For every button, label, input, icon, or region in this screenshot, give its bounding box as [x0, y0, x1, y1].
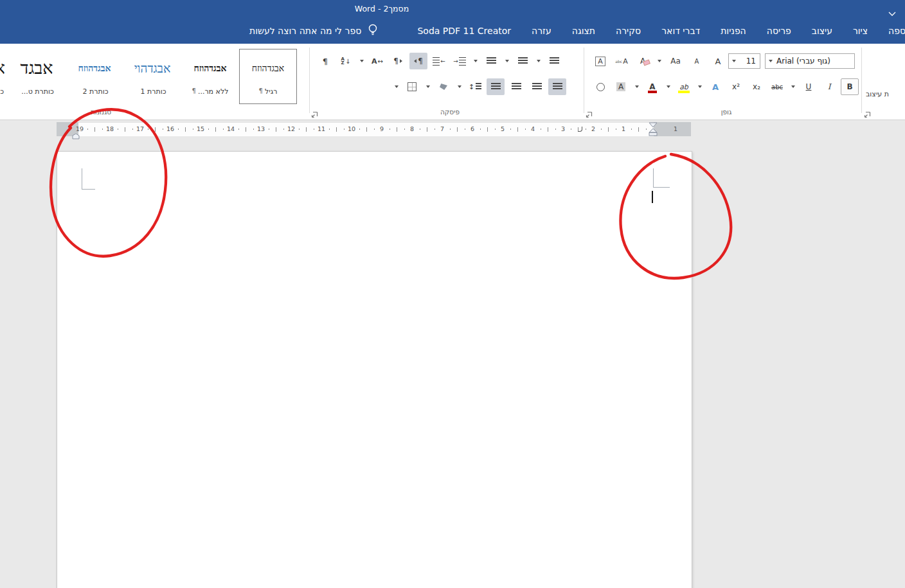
indent-markers[interactable] — [648, 122, 658, 139]
format-painter-label[interactable]: ת עיצוב — [866, 90, 889, 98]
change-case-button[interactable]: Aa — [667, 53, 685, 69]
superscript-button[interactable]: x² — [727, 78, 745, 95]
strikethrough-button[interactable]: abc — [768, 78, 786, 95]
dropdown-caret-icon[interactable] — [357, 53, 366, 69]
dropdown-caret-icon[interactable] — [655, 53, 663, 69]
borders-button[interactable] — [403, 78, 421, 95]
style-label: כותרת 1 — [141, 87, 166, 96]
dropdown-caret-icon[interactable] — [789, 78, 797, 95]
horizontal-ruler: 19 18 17 16 15 14 — [0, 122, 905, 136]
text-boundary-mark — [82, 168, 82, 190]
text-effects-button[interactable]: A — [706, 78, 724, 95]
font-name-combobox[interactable]: Arial (גוף עברי) — [765, 53, 855, 69]
numbering-button[interactable] — [514, 53, 532, 69]
ribbon-tab[interactable]: ציור — [843, 18, 878, 44]
increase-indent-button[interactable] — [451, 53, 469, 69]
font-size-value: 11 — [739, 57, 760, 66]
fit-text-button[interactable] — [368, 53, 386, 69]
ruler-scale: 19 18 17 16 15 14 — [80, 122, 654, 136]
style-item-cut[interactable]: א כ — [0, 49, 8, 104]
character-shading-button[interactable]: A — [612, 78, 630, 95]
dialog-launcher-icon[interactable] — [586, 109, 594, 117]
ltr-direction-button[interactable] — [389, 53, 407, 69]
character-border-button[interactable]: A — [591, 53, 609, 69]
icon-glyph: ab — [679, 83, 688, 91]
text-boundary-mark — [653, 187, 670, 188]
text-boundary-mark — [82, 189, 95, 190]
icon-glyph: A — [623, 57, 628, 66]
underline-button[interactable]: U — [800, 78, 818, 95]
dropdown-caret-icon[interactable] — [392, 78, 400, 95]
icon-glyph: A — [715, 57, 721, 66]
highlight-button[interactable]: ab — [675, 78, 693, 95]
paragraph-group-label: פיסקה — [421, 108, 479, 116]
icon-glyph: Aa — [670, 57, 681, 66]
icon-glyph: A — [616, 82, 625, 91]
tell-me-box[interactable]: ספר לי מה אתה רוצה לעשות — [249, 18, 378, 44]
ribbon-tab[interactable]: עיצוב — [802, 18, 843, 44]
document-page[interactable] — [57, 151, 692, 588]
ribbon-display-options-icon[interactable] — [888, 7, 896, 12]
dropdown-caret-icon[interactable] — [632, 78, 641, 95]
bullets-button[interactable] — [545, 53, 563, 69]
left-indent-marker[interactable] — [72, 130, 80, 142]
line-spacing-button[interactable] — [466, 78, 484, 95]
justify-button[interactable] — [487, 78, 505, 95]
multilevel-list-button[interactable] — [482, 53, 500, 69]
dropdown-caret-icon[interactable] — [471, 53, 479, 69]
dropdown-caret-icon[interactable] — [424, 78, 432, 95]
sort-button[interactable] — [337, 53, 355, 69]
grow-font-button[interactable]: A — [709, 53, 727, 69]
ribbon-tab[interactable]: פריסה — [757, 18, 802, 44]
icon-glyph: x² — [732, 82, 740, 91]
dropdown-caret-icon[interactable] — [766, 54, 775, 68]
dialog-launcher-icon[interactable] — [864, 109, 872, 117]
style-preview: א — [0, 53, 7, 84]
show-marks-button[interactable]: ¶ — [316, 53, 334, 69]
group-separator — [584, 48, 584, 113]
dropdown-caret-icon[interactable] — [503, 53, 511, 69]
paragraph-row-1: ¶ — [316, 53, 563, 69]
dropdown-caret-icon[interactable] — [729, 54, 739, 68]
rtl-direction-button[interactable] — [409, 53, 427, 69]
bold-button[interactable]: B — [841, 78, 859, 95]
decrease-indent-button[interactable] — [430, 53, 448, 69]
dropdown-caret-icon[interactable] — [695, 78, 704, 95]
ribbon-tab[interactable]: הוספה — [878, 18, 905, 44]
align-center-button[interactable] — [528, 78, 546, 95]
ribbon-tab[interactable]: הפניות — [710, 18, 757, 44]
ribbon-tab[interactable]: תצוגה — [562, 18, 605, 44]
icon-glyph: abc — [771, 84, 783, 91]
style-item-heading1[interactable]: אבגדהוי כותרת 1 — [123, 49, 181, 104]
dropdown-caret-icon[interactable] — [664, 78, 672, 95]
style-preview: אבגדהוזח — [66, 53, 123, 84]
font-color-button[interactable]: A — [643, 78, 661, 95]
icon-glyph: ¶ — [323, 57, 328, 66]
clear-formatting-button[interactable]: A — [634, 53, 652, 69]
italic-button[interactable]: I — [820, 78, 838, 95]
title-bar: מסמך2 - Word — [0, 0, 905, 18]
ribbon-tab[interactable]: Soda PDF 11 Creator — [407, 18, 521, 44]
phonetic-guide-button[interactable]: A — [613, 53, 631, 69]
ribbon-tab[interactable]: דברי דואר — [651, 18, 710, 44]
style-item-heading2[interactable]: אבגדהוזח כותרת 2 — [66, 49, 123, 104]
align-left-button[interactable] — [507, 78, 525, 95]
ribbon-tab[interactable]: סקירה — [605, 18, 651, 44]
icon-glyph: x₂ — [753, 82, 760, 91]
align-right-button[interactable] — [548, 78, 566, 95]
style-item-no-spacing[interactable]: אבגדהוזח ¶ ללא מר... — [181, 49, 239, 104]
style-item-normal[interactable]: אבגדהוזח ¶ רגיל — [239, 49, 297, 104]
enclose-characters-button[interactable] — [591, 78, 609, 95]
ribbon-tab[interactable]: עזרה — [521, 18, 562, 44]
font-size-combobox[interactable]: 11 — [728, 53, 760, 69]
ribbon-tab-bar: הוספה ציור עיצוב פריסה הפניות דברי דואר … — [0, 18, 905, 44]
subscript-button[interactable]: x₂ — [748, 78, 766, 95]
shrink-font-button[interactable]: A — [688, 53, 706, 69]
shading-button[interactable] — [435, 78, 452, 95]
dropdown-caret-icon[interactable] — [534, 53, 542, 69]
style-label: כותרת ט... — [21, 87, 54, 96]
dropdown-caret-icon[interactable] — [455, 78, 463, 95]
icon-glyph: A — [712, 82, 719, 92]
dialog-launcher-icon[interactable] — [311, 109, 319, 117]
style-item-title[interactable]: אבגד כותרת ט... — [8, 49, 66, 104]
